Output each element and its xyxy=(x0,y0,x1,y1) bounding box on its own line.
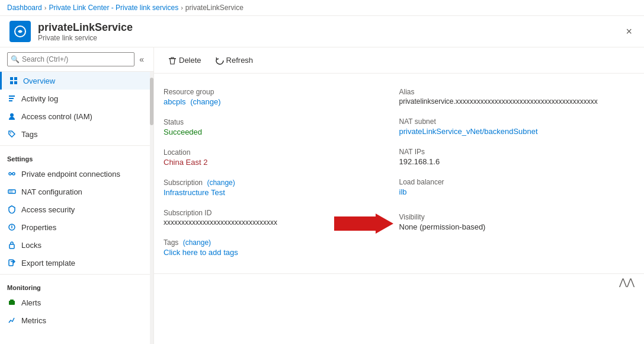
collapse-double-button[interactable]: ⋀⋀ xyxy=(619,276,635,288)
breadcrumb-private-link[interactable]: Private Link Center - Private link servi… xyxy=(49,4,178,12)
nat-ips-value: 192.168.1.6 xyxy=(399,157,626,166)
status-prop: Status Succeeded xyxy=(164,113,399,144)
status-label: Status xyxy=(164,118,390,126)
nat-ips-prop: NAT IPs 192.168.1.6 xyxy=(399,143,635,173)
sidebar-item-activity-log-label: Activity log xyxy=(21,94,58,103)
sidebar-item-access-security[interactable]: Access security xyxy=(0,200,150,218)
collapse-row: ⋀⋀ xyxy=(154,273,644,290)
visibility-value: None (permission-based) xyxy=(399,222,626,231)
svg-point-9 xyxy=(10,132,11,133)
sidebar-item-metrics[interactable]: Metrics xyxy=(0,311,150,329)
alias-label: Alias xyxy=(399,88,626,96)
load-balancer-value[interactable]: ilb xyxy=(399,187,407,196)
sidebar-item-properties-label: Properties xyxy=(21,223,56,232)
arrow-annotation xyxy=(328,213,393,236)
sidebar-item-locks-label: Locks xyxy=(21,241,41,250)
activity-log-icon xyxy=(7,94,17,103)
breadcrumb-dashboard[interactable]: Dashboard xyxy=(7,4,42,12)
search-box: 🔍 « xyxy=(0,47,153,72)
sidebar: 🔍 « Overview A xyxy=(0,47,154,344)
page-header: privateLinkService Private link service … xyxy=(0,16,644,47)
props-right-col: Alias privatelinkservice.xxxxxxxxxxxxxxx… xyxy=(399,83,635,264)
sidebar-nav: Overview Activity log Access control (IA… xyxy=(0,72,150,344)
location-prop: Location China East 2 xyxy=(164,144,399,174)
svg-rect-20 xyxy=(9,260,13,266)
subscription-change[interactable]: (change) xyxy=(207,179,235,187)
sidebar-item-alerts[interactable]: Alerts xyxy=(0,294,150,311)
visibility-prop: Visibility None (permission-based) xyxy=(399,208,635,238)
breadcrumb-current: privateLinkService xyxy=(185,4,243,12)
sidebar-item-iam[interactable]: Access control (IAM) xyxy=(0,107,150,125)
svg-point-11 xyxy=(12,173,15,175)
status-value: Succeeded xyxy=(164,128,390,136)
tags-prop: Tags (change) Click here to add tags xyxy=(164,234,399,264)
close-button[interactable]: × xyxy=(623,23,635,40)
svg-marker-26 xyxy=(334,214,393,234)
iam-icon xyxy=(7,112,17,121)
svg-rect-3 xyxy=(10,81,13,84)
subscription-value[interactable]: Infrastructure Test xyxy=(164,188,225,197)
settings-section-label: Settings xyxy=(0,148,150,165)
sidebar-item-nat-config-label: NAT configuration xyxy=(21,187,82,196)
endpoint-icon xyxy=(7,169,17,179)
subscription-label: Subscription (change) xyxy=(164,179,390,187)
resource-group-link[interactable]: abcpls xyxy=(164,97,186,106)
breadcrumb: Dashboard › Private Link Center - Privat… xyxy=(0,0,644,16)
locks-icon xyxy=(7,240,17,250)
svg-rect-6 xyxy=(9,98,14,99)
sidebar-item-properties[interactable]: Properties xyxy=(0,218,150,236)
monitoring-section-label: Monitoring xyxy=(0,277,150,294)
svg-point-18 xyxy=(11,225,12,226)
export-icon xyxy=(7,258,17,267)
sidebar-item-overview-label: Overview xyxy=(23,77,55,85)
delete-button[interactable]: Delete xyxy=(164,53,206,67)
nat-icon xyxy=(7,187,17,196)
properties-grid: Resource group abcpls (change) Status Su… xyxy=(154,74,644,273)
sidebar-item-tags-label: Tags xyxy=(21,130,37,139)
tags-change[interactable]: (change) xyxy=(183,238,211,247)
nat-subnet-value[interactable]: privateLinkService_vNet/backendSubnet xyxy=(399,127,538,136)
svg-rect-2 xyxy=(14,77,17,80)
page-title: privateLinkService xyxy=(38,21,133,34)
resource-group-prop: Resource group abcpls (change) xyxy=(164,83,399,113)
alias-value: privatelinkservice.xxxxxxxxxxxxxxxxxxxxx… xyxy=(399,97,626,106)
sidebar-item-tags[interactable]: Tags xyxy=(0,125,150,143)
svg-rect-23 xyxy=(10,300,14,301)
alerts-icon xyxy=(7,298,17,307)
search-input[interactable] xyxy=(7,52,134,66)
sidebar-item-activity-log[interactable]: Activity log xyxy=(0,90,150,107)
header-left: privateLinkService Private link service xyxy=(9,21,133,42)
sidebar-item-alerts-label: Alerts xyxy=(21,298,41,307)
alias-prop: Alias privatelinkservice.xxxxxxxxxxxxxxx… xyxy=(399,83,635,113)
sidebar-item-private-endpoint[interactable]: Private endpoint connections xyxy=(0,165,150,183)
sidebar-item-overview[interactable]: Overview xyxy=(0,72,150,90)
sidebar-item-access-security-label: Access security xyxy=(21,205,75,214)
security-icon xyxy=(7,205,17,214)
content-area: Delete Refresh Resource group abcpls (ch… xyxy=(154,47,644,344)
svg-rect-7 xyxy=(9,100,12,101)
properties-icon xyxy=(7,222,17,232)
sidebar-item-locks[interactable]: Locks xyxy=(0,236,150,254)
svg-point-8 xyxy=(10,113,14,117)
location-label: Location xyxy=(164,148,390,157)
svg-rect-4 xyxy=(14,81,17,84)
visibility-prop-container: Visibility None (permission-based) xyxy=(399,208,635,238)
svg-rect-22 xyxy=(9,301,15,305)
svg-point-10 xyxy=(9,173,11,175)
visibility-label: Visibility xyxy=(399,213,626,221)
header-title-group: privateLinkService Private link service xyxy=(38,21,133,42)
collapse-sidebar-button[interactable]: « xyxy=(137,53,146,65)
overview-icon xyxy=(9,76,18,85)
load-balancer-prop: Load balancer ilb xyxy=(399,173,635,203)
svg-rect-19 xyxy=(9,244,14,249)
tags-add-link[interactable]: Click here to add tags xyxy=(164,248,238,257)
svg-rect-5 xyxy=(9,95,15,97)
sidebar-scrollbar[interactable] xyxy=(150,72,153,344)
sidebar-item-nat-config[interactable]: NAT configuration xyxy=(0,183,150,200)
refresh-label: Refresh xyxy=(226,56,254,65)
refresh-button[interactable]: Refresh xyxy=(211,53,258,67)
sidebar-item-export-template[interactable]: Export template xyxy=(0,254,150,272)
subscription-prop: Subscription (change) Infrastructure Tes… xyxy=(164,174,399,204)
nat-subnet-label: NAT subnet xyxy=(399,117,626,126)
resource-group-change[interactable]: (change) xyxy=(190,97,220,106)
